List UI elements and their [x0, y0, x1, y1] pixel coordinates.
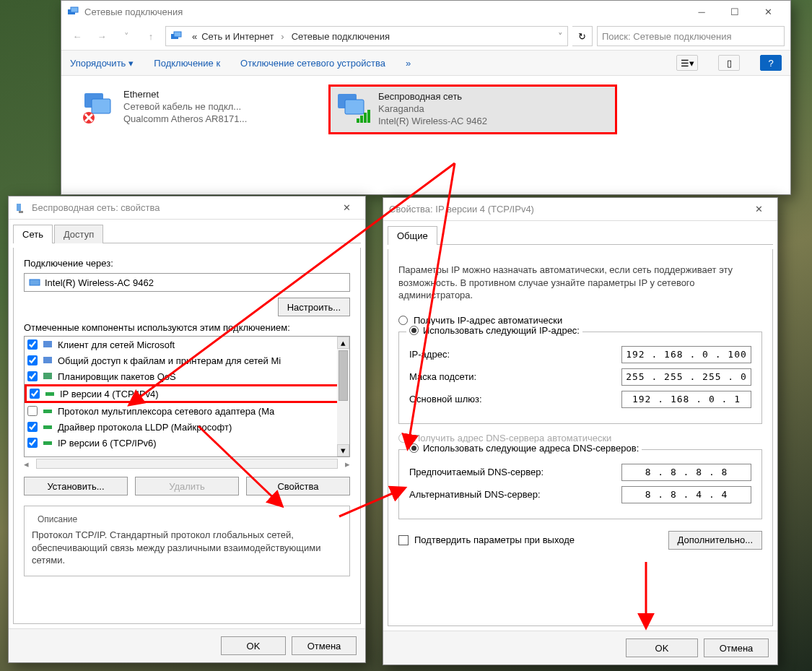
radio-auto-dns: Получить адрес DNS-сервера автоматически: [398, 433, 762, 443]
protocol-icon: [42, 405, 53, 417]
adapter-name: Ethernet: [123, 89, 247, 101]
advanced-button[interactable]: Дополнительно...: [668, 531, 762, 550]
validate-checkbox[interactable]: Подтвердить параметры при выходе: [398, 534, 575, 545]
tab-network[interactable]: Сеть: [13, 225, 53, 243]
radio-static-ip[interactable]: Использовать следующий IP-адрес:: [406, 325, 582, 336]
close-button[interactable]: ✕: [746, 198, 772, 221]
static-ip-group: Использовать следующий IP-адрес: IP-адре…: [398, 332, 762, 424]
scroll-down-icon[interactable]: ▾: [337, 444, 349, 456]
components-listbox[interactable]: Клиент для сетей Microsoft Общий доступ …: [24, 336, 350, 457]
nav-bar: ← → ˅ ↑ « Сеть и Интернет Сетевые подклю…: [61, 22, 790, 50]
list-item: Протокол мультиплексора сетевого адаптер…: [25, 403, 349, 419]
organize-menu[interactable]: Упорядочить ▾: [70, 58, 134, 69]
adapter-wireless[interactable]: Беспроводная сеть Karaganda Intel(R) Wir…: [328, 85, 617, 134]
disable-device-menu[interactable]: Отключение сетевого устройства: [240, 58, 385, 69]
radio-static-dns[interactable]: Использовать следующие адреса DNS-сервер…: [406, 443, 642, 454]
gateway-label: Основной шлюз:: [409, 394, 482, 404]
component-checkbox[interactable]: [27, 438, 38, 448]
svg-rect-1: [71, 7, 78, 12]
install-button[interactable]: Установить...: [24, 477, 128, 495]
subnet-mask-input[interactable]: 255 . 255 . 255 . 0: [621, 368, 751, 386]
radio-icon: [409, 326, 419, 335]
component-checkbox[interactable]: [27, 339, 38, 350]
properties-button[interactable]: Свойства: [246, 477, 350, 495]
svg-rect-8: [345, 100, 364, 114]
scroll-right-icon[interactable]: ▸: [345, 459, 350, 469]
configure-button[interactable]: Настроить...: [278, 298, 350, 316]
remove-button: Удалить: [135, 477, 239, 495]
component-checkbox[interactable]: [30, 389, 40, 399]
nav-forward-icon[interactable]: →: [92, 26, 112, 46]
ip-info-text: Параметры IP можно назначать автоматичес…: [398, 264, 762, 302]
command-bar: Упорядочить ▾ Подключение к Отключение с…: [61, 50, 790, 76]
component-checkbox[interactable]: [27, 371, 38, 381]
chevron-down-icon[interactable]: ˅: [558, 31, 563, 42]
dns2-label: Альтернативный DNS-сервер:: [409, 489, 541, 500]
breadcrumb[interactable]: «: [192, 31, 197, 42]
nav-recent-icon[interactable]: ˅: [116, 26, 136, 46]
cancel-button[interactable]: Отмена: [292, 636, 357, 655]
cancel-button[interactable]: Отмена: [704, 638, 769, 657]
radio-auto-ip[interactable]: Получить IP-адрес автоматически: [398, 315, 762, 326]
preview-pane-icon[interactable]: ▯: [718, 55, 740, 71]
breadcrumb[interactable]: Сеть и Интернет: [201, 31, 274, 42]
ok-button[interactable]: OK: [221, 636, 286, 655]
scroll-left-icon[interactable]: ◂: [24, 459, 29, 469]
tab-access[interactable]: Доступ: [54, 225, 103, 243]
protocol-icon: [44, 388, 56, 399]
titlebar[interactable]: Сетевые подключения ─ ☐ ✕: [61, 1, 790, 22]
svg-rect-16: [43, 341, 52, 347]
nav-back-icon[interactable]: ←: [67, 26, 87, 46]
close-button[interactable]: ✕: [333, 196, 359, 220]
svg-rect-19: [45, 392, 54, 396]
preferred-dns-input[interactable]: 8 . 8 . 8 . 8: [621, 464, 751, 481]
ip-address-input[interactable]: 192 . 168 . 0 . 100: [621, 346, 751, 363]
nav-up-icon[interactable]: ↑: [141, 26, 161, 46]
chevron-down-icon: ▾: [128, 58, 134, 69]
network-icon: [67, 6, 79, 17]
window-title: Сетевые подключения: [84, 7, 685, 17]
svg-rect-9: [357, 118, 359, 123]
chevron-right-icon: [278, 31, 287, 42]
list-item: IP версии 6 (TCP/IPv6): [25, 435, 349, 451]
alternate-dns-input[interactable]: 8 . 8 . 4 . 4: [621, 486, 751, 503]
adapter-status: Karaganda: [378, 103, 487, 116]
scroll-up-icon[interactable]: ▴: [337, 337, 349, 349]
svg-rect-5: [92, 99, 110, 113]
description-title: Описание: [35, 514, 80, 524]
minimize-button[interactable]: ─: [685, 0, 718, 23]
maximize-button[interactable]: ☐: [718, 0, 751, 23]
mask-label: Маска подсети:: [409, 371, 476, 382]
connect-to-menu[interactable]: Подключение к: [154, 58, 220, 69]
adapter-device: Qualcomm Atheros AR8171...: [123, 113, 247, 126]
scroll-thumb[interactable]: [339, 350, 348, 401]
svg-rect-11: [364, 113, 367, 123]
component-checkbox[interactable]: [27, 406, 38, 416]
components-label: Отмеченные компоненты используются этим …: [24, 322, 350, 333]
protocol-icon: [42, 421, 53, 433]
refresh-button[interactable]: ↻: [572, 26, 593, 46]
ok-button[interactable]: OK: [626, 638, 698, 657]
titlebar[interactable]: Беспроводная сеть: свойства ✕: [9, 196, 365, 220]
svg-rect-13: [17, 204, 21, 211]
radio-icon: [409, 443, 419, 453]
svg-rect-20: [43, 410, 52, 413]
dns1-label: Предпочитаемый DNS-сервер:: [409, 467, 543, 477]
address-bar[interactable]: « Сеть и Интернет Сетевые подключения ˅: [165, 26, 568, 46]
gateway-input[interactable]: 192 . 168 . 0 . 1: [621, 391, 751, 408]
component-checkbox[interactable]: [27, 422, 38, 432]
help-icon[interactable]: ?: [760, 55, 782, 71]
radio-icon: [398, 433, 408, 443]
more-commands[interactable]: »: [406, 58, 411, 69]
breadcrumb[interactable]: Сетевые подключения: [292, 31, 390, 42]
static-dns-group: Использовать следующие адреса DNS-сервер…: [398, 449, 762, 519]
tab-general[interactable]: Общие: [388, 226, 437, 245]
component-checkbox[interactable]: [27, 355, 38, 365]
svg-rect-10: [360, 116, 363, 123]
scrollbar[interactable]: ▴ ▾: [337, 337, 349, 456]
view-options-icon[interactable]: ☰▾: [676, 55, 698, 71]
close-button[interactable]: ✕: [751, 0, 785, 23]
titlebar[interactable]: Свойства: IP версии 4 (TCP/IPv4) ✕: [383, 198, 777, 221]
search-input[interactable]: Поиск: Сетевые подключения: [597, 26, 785, 46]
adapter-ethernet[interactable]: Ethernet Сетевой кабель не подкл... Qual…: [76, 85, 307, 130]
